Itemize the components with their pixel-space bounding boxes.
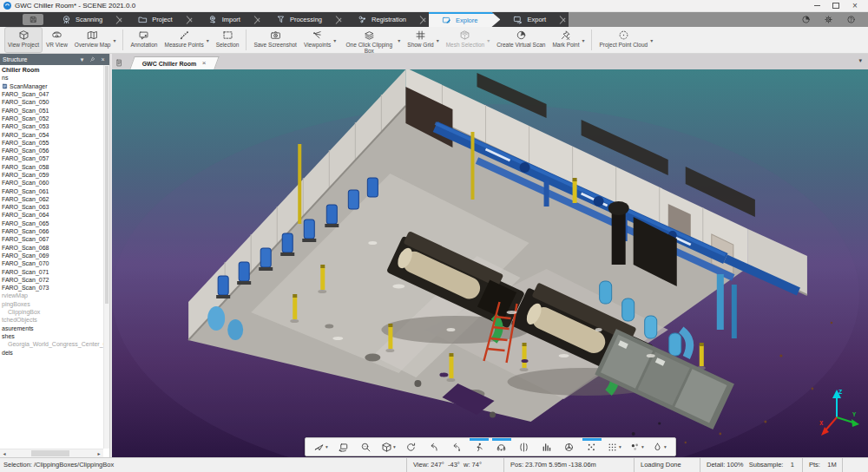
grid-display-button[interactable]: ▾ <box>603 438 626 456</box>
dropdown-caret-icon[interactable]: ▾ <box>641 444 644 449</box>
walk-mode-button[interactable] <box>468 438 490 456</box>
ribbon-tab-processing[interactable]: Processing <box>263 12 335 27</box>
scrollbar-thumb[interactable] <box>31 450 70 456</box>
dropdown-caret-icon[interactable]: ▾ <box>650 37 653 43</box>
tree-item[interactable]: tchedObjects <box>0 316 103 324</box>
tree-item[interactable]: FARO_Scan_050 <box>0 98 103 106</box>
point-display-button[interactable] <box>581 438 603 456</box>
tree-item[interactable]: FARO_Scan_059 <box>0 171 103 179</box>
zoom-button[interactable] <box>355 438 378 456</box>
save-screenshot-button[interactable]: Save Screenshot <box>251 28 299 52</box>
view-orientation-button[interactable]: ▾ <box>378 438 400 456</box>
sidebar-horizontal-scrollbar[interactable]: ◂ ▸ <box>0 449 103 457</box>
pie-chart-icon[interactable] <box>801 15 811 24</box>
scrollbar-track[interactable] <box>9 449 95 457</box>
ribbon-tab-export[interactable]: Export <box>500 12 559 27</box>
histogram-button[interactable] <box>536 438 558 456</box>
previous-view-button[interactable] <box>423 438 445 456</box>
tree-item[interactable]: FARO_Scan_072 <box>0 276 103 284</box>
dropdown-caret-icon[interactable]: ▾ <box>333 37 336 43</box>
ribbon-tab-import[interactable]: Import <box>195 12 253 27</box>
close-icon[interactable]: × <box>845 0 865 11</box>
selection-button[interactable]: Selection <box>214 28 242 52</box>
dropdown-caret-icon[interactable]: ▾ <box>326 444 328 449</box>
overview-map-button[interactable]: Overview Map▾ <box>72 28 119 52</box>
dropdown-caret-icon[interactable]: ▾ <box>664 444 667 449</box>
vr-view-button[interactable]: VR View <box>43 28 70 52</box>
step-view-button[interactable] <box>445 438 468 456</box>
show-grid-button[interactable]: Show Grid▾ <box>404 28 441 52</box>
tree-item[interactable]: FARO_Scan_061 <box>0 187 103 194</box>
dropdown-caret-icon[interactable]: ▾ <box>582 37 584 43</box>
navigation-wheel-button[interactable] <box>558 438 581 456</box>
tree-item[interactable]: FARO_Scan_064 <box>0 211 103 219</box>
dropdown-caret-icon[interactable]: ▾ <box>437 37 439 43</box>
dropdown-caret-icon[interactable]: ▾ <box>113 37 115 43</box>
tab-close-icon[interactable]: × <box>201 60 206 67</box>
tree-item[interactable]: FARO_Scan_071 <box>0 267 103 275</box>
annotation-button[interactable]: Annotation <box>128 28 160 52</box>
rotate-view-button[interactable] <box>400 438 423 456</box>
ribbon-tab-explore[interactable]: Explore <box>429 12 500 27</box>
tree-item[interactable]: shes <box>0 332 103 340</box>
tree-item[interactable]: ClippingBox <box>0 308 103 316</box>
navigation-mode-button[interactable]: ▾ <box>310 438 332 456</box>
tree-item[interactable]: pingBoxes <box>0 300 103 308</box>
ribbon-tab-registration[interactable]: Registration <box>345 12 419 27</box>
tree-item[interactable]: ScanManager <box>0 82 103 90</box>
tree-item[interactable]: FARO_Scan_054 <box>0 130 103 138</box>
tree-item[interactable]: FARO_Scan_051 <box>0 106 103 114</box>
create-virtual-scan-button[interactable]: Create Virtual Scan <box>494 28 548 52</box>
project-point-cloud-button[interactable]: Project Point Cloud▾ <box>596 28 655 52</box>
pin-icon[interactable] <box>89 56 96 62</box>
render-quality-button[interactable]: ▾ <box>648 438 671 456</box>
dropdown-caret-icon[interactable]: ▾ <box>398 37 400 43</box>
maximize-icon[interactable] <box>826 0 845 11</box>
tree-item[interactable]: FARO_Scan_073 <box>0 284 103 292</box>
tree-item[interactable]: ns <box>0 74 103 82</box>
measure-points-button[interactable]: Measure Points▾ <box>161 28 211 52</box>
ribbon-tab-project[interactable]: Project <box>125 12 185 27</box>
view-project-button[interactable]: View Project <box>5 28 42 52</box>
tree-item[interactable]: dels <box>0 348 103 356</box>
pan-view-button[interactable] <box>332 438 355 456</box>
gear-icon[interactable] <box>824 15 833 24</box>
sidebar-vertical-scrollbar[interactable] <box>103 65 109 449</box>
tree-item[interactable]: FARO_Scan_065 <box>0 220 103 227</box>
document-tab[interactable]: GWC Chiller Room × <box>129 56 220 69</box>
tree-item[interactable]: FARO_Scan_066 <box>0 227 103 235</box>
tree-item[interactable]: FARO_Scan_056 <box>0 147 103 154</box>
tree-item[interactable]: rviewMap <box>0 292 103 299</box>
tree-item[interactable]: FARO_Scan_070 <box>0 259 103 267</box>
tree-item[interactable]: FARO_Scan_068 <box>0 244 103 252</box>
tab-scroll-icon[interactable] <box>115 58 123 68</box>
ribbon-tab-scanning[interactable]: Scanning <box>49 12 115 27</box>
scrollbar-thumb[interactable] <box>105 66 108 304</box>
tree-item[interactable]: FARO_Scan_052 <box>0 115 103 122</box>
tree-item[interactable]: Chiller Room <box>0 66 103 74</box>
tree-item[interactable]: FARO_Scan_057 <box>0 154 103 162</box>
tree-item[interactable]: Georgia_World_Congress_Center_Chiller_Ro… <box>0 340 103 348</box>
tree-item[interactable]: FARO_Scan_055 <box>0 139 103 147</box>
tree-item[interactable]: FARO_Scan_058 <box>0 163 103 171</box>
minimize-icon[interactable] <box>807 0 826 11</box>
tree-item[interactable]: FARO_Scan_062 <box>0 195 103 203</box>
panorama-view-button[interactable] <box>490 438 513 456</box>
point-color-button[interactable]: ▾ <box>626 438 648 456</box>
tree-item[interactable]: FARO_Scan_069 <box>0 252 103 259</box>
tree-item[interactable]: asurements <box>0 324 103 332</box>
save-button[interactable] <box>23 14 43 25</box>
tree-item[interactable]: FARO_Scan_063 <box>0 203 103 211</box>
tree-item[interactable]: FARO_Scan_060 <box>0 179 103 187</box>
tree-item[interactable]: FARO_Scan_053 <box>0 122 103 130</box>
tree-item[interactable]: FARO_Scan_047 <box>0 90 103 98</box>
one-click-clipping-box-button[interactable]: One Click Clipping Box▾ <box>340 28 403 52</box>
scroll-left-icon[interactable]: ◂ <box>0 450 9 456</box>
panel-menu-caret-icon[interactable]: ▾ <box>78 54 86 65</box>
panel-close-icon[interactable]: × <box>99 54 107 65</box>
viewpoints-button[interactable]: Viewpoints▾ <box>301 28 339 52</box>
3d-viewport[interactable]: ▾▾▾▾▾ Z Y X <box>112 69 868 457</box>
scroll-right-icon[interactable]: ▸ <box>95 450 103 456</box>
clipping-plane-button[interactable] <box>513 438 536 456</box>
tab-list-caret-icon[interactable]: ▾ <box>858 57 862 64</box>
